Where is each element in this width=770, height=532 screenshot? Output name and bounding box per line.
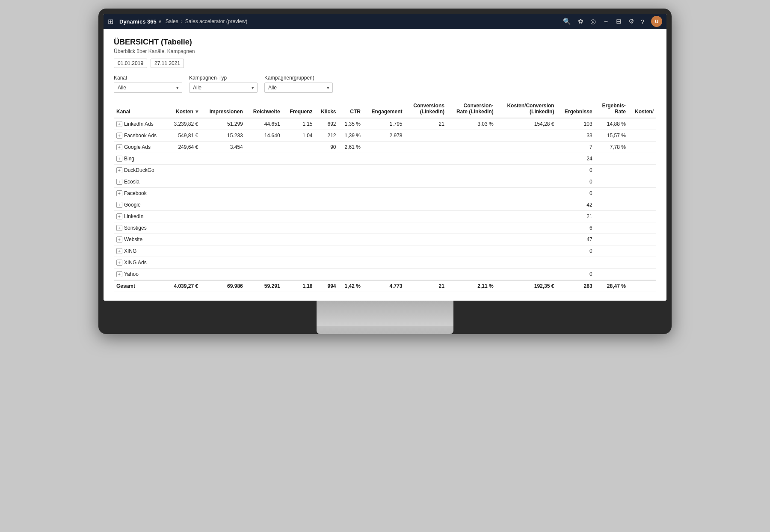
col-ergebnisse[interactable]: Ergebnisse (557, 100, 595, 118)
channel-name: Google (124, 202, 141, 208)
filter-kampagnen-typ-select-wrap[interactable]: Alle (189, 83, 258, 93)
col-conversions-li[interactable]: Conversions(LinkedIn) (405, 100, 447, 118)
table-cell (595, 176, 628, 188)
add-icon[interactable]: ＋ (603, 18, 609, 26)
table-cell (595, 269, 628, 281)
apps-grid-icon[interactable]: ⊞ (108, 18, 113, 26)
expand-btn[interactable]: + (116, 156, 122, 162)
table-cell (339, 222, 363, 234)
table-row: +Facebook Ads549,81 €15.23314.6401,04212… (114, 130, 656, 142)
table-cell (447, 142, 496, 153)
col-kosten-conv-li[interactable]: Kosten/Conversion(LinkedIn) (496, 100, 557, 118)
expand-btn[interactable]: + (116, 248, 122, 254)
filter-kanal-group: Kanal Alle (114, 75, 182, 93)
monitor-frame: ⊞ Dynamics 365 ∨ Sales › Sales accelerat… (98, 9, 672, 334)
main-content: ÜBERSICHT (Tabelle) Überblick über Kanäl… (104, 29, 666, 301)
col-conv-rate-li[interactable]: Conversion-Rate (LinkedIn) (447, 100, 496, 118)
table-cell: 692 (315, 118, 339, 130)
table-row: +Sonstiges6 (114, 222, 656, 234)
avatar[interactable]: U (651, 16, 662, 27)
table-cell: 249,64 € (166, 142, 201, 153)
app-chevron-icon: ∨ (158, 19, 161, 24)
total-cell: 1,18 (283, 280, 315, 292)
table-cell (363, 211, 405, 222)
stand-neck (317, 301, 453, 326)
chat-icon[interactable]: ✿ (578, 18, 583, 25)
col-kosten[interactable]: Kosten ▾ (166, 100, 201, 118)
table-cell (447, 153, 496, 165)
filter-kanal-select-wrap[interactable]: Alle (114, 83, 182, 93)
table-cell (595, 165, 628, 176)
total-row: Gesamt4.039,27 €69.98659.2911,189941,42 … (114, 280, 656, 292)
date-to[interactable]: 27.11.2021 (151, 59, 184, 68)
table-cell (246, 199, 283, 211)
filter-kampagnen-gruppen-select-wrap[interactable]: Alle (264, 83, 333, 93)
table-cell (315, 188, 339, 199)
table-cell: 1,35 % (339, 118, 363, 130)
table-row: +Google Ads249,64 €3.454902,61 %77,78 % (114, 142, 656, 153)
expand-btn[interactable]: + (116, 271, 122, 277)
filter-kampagnen-gruppen-select[interactable]: Alle (264, 83, 333, 93)
data-table: Kanal Kosten ▾ Impressionen Reichweite F… (114, 100, 656, 292)
col-reichweite[interactable]: Reichweite (246, 100, 283, 118)
help-icon[interactable]: ? (641, 18, 644, 25)
table-cell (315, 165, 339, 176)
filter-icon[interactable]: ⊟ (616, 18, 622, 25)
table-cell (201, 222, 246, 234)
expand-btn[interactable]: + (116, 190, 122, 196)
expand-btn[interactable]: + (116, 213, 122, 219)
table-cell: +Website (114, 234, 166, 245)
expand-btn[interactable]: + (116, 121, 122, 127)
table-cell (363, 142, 405, 153)
expand-btn[interactable]: + (116, 202, 122, 208)
col-engagement[interactable]: Engagement (363, 100, 405, 118)
expand-btn[interactable]: + (116, 144, 122, 150)
total-cell: 192,35 € (496, 280, 557, 292)
search-icon[interactable]: 🔍 (563, 18, 571, 25)
col-kanal[interactable]: Kanal (114, 100, 166, 118)
col-ergebnis-rate[interactable]: Ergebnis-Rate (595, 100, 628, 118)
table-cell: 212 (315, 130, 339, 142)
table-cell: 3,03 % (447, 118, 496, 130)
expand-btn[interactable]: + (116, 260, 122, 266)
col-kosten-slash[interactable]: Kosten/ (628, 100, 656, 118)
expand-btn[interactable]: + (116, 167, 122, 173)
date-from[interactable]: 01.01.2019 (114, 59, 147, 68)
table-cell (628, 176, 656, 188)
table-cell (595, 153, 628, 165)
table-cell (315, 153, 339, 165)
table-cell (246, 234, 283, 245)
expand-btn[interactable]: + (116, 236, 122, 242)
notification-icon[interactable]: ◎ (590, 18, 596, 25)
table-cell (496, 188, 557, 199)
table-cell: 6 (557, 222, 595, 234)
table-cell: +Sonstiges (114, 222, 166, 234)
filter-kampagnen-typ-select[interactable]: Alle (189, 83, 258, 93)
table-cell: 3.454 (201, 142, 246, 153)
table-cell (405, 199, 447, 211)
table-cell (405, 234, 447, 245)
table-cell: 15.233 (201, 130, 246, 142)
breadcrumb-accelerator[interactable]: Sales accelerator (preview) (185, 18, 247, 24)
table-cell (246, 211, 283, 222)
table-cell (405, 176, 447, 188)
col-klicks[interactable]: Klicks (315, 100, 339, 118)
table-cell (201, 153, 246, 165)
col-ctr[interactable]: CTR (339, 100, 363, 118)
expand-btn[interactable]: + (116, 179, 122, 185)
channel-name: Ecosia (124, 179, 139, 185)
table-cell (166, 245, 201, 257)
app-title[interactable]: Dynamics 365 ∨ (119, 18, 161, 25)
col-impressionen[interactable]: Impressionen (201, 100, 246, 118)
filter-kanal-select[interactable]: Alle (114, 83, 182, 93)
settings-icon[interactable]: ⚙ (628, 18, 634, 25)
table-cell (283, 142, 315, 153)
breadcrumb-sales[interactable]: Sales (166, 18, 178, 24)
table-cell: 549,81 € (166, 130, 201, 142)
expand-btn[interactable]: + (116, 225, 122, 231)
col-frequenz[interactable]: Frequenz (283, 100, 315, 118)
table-cell (283, 188, 315, 199)
table-row: +DuckDuckGo0 (114, 165, 656, 176)
expand-btn[interactable]: + (116, 133, 122, 139)
table-cell: 21 (405, 118, 447, 130)
